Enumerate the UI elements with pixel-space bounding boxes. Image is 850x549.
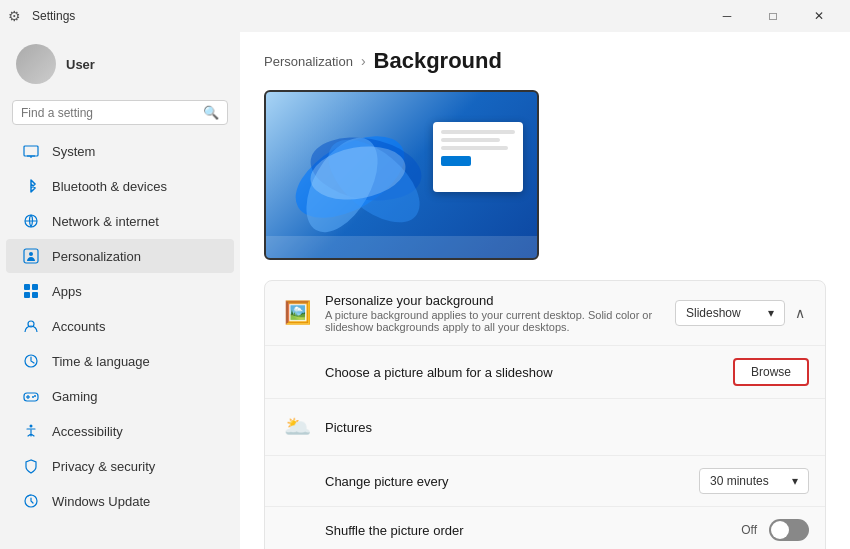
svg-rect-0 [24,146,38,156]
background-preview [264,90,539,260]
sidebar-item-apps[interactable]: Apps [6,274,234,308]
toggle-shuffle[interactable] [769,519,809,541]
row-label: Choose a picture album for a slideshow [325,365,721,380]
taskbar-mockup [266,236,537,258]
maximize-button[interactable]: □ [750,0,796,32]
svg-rect-9 [32,292,38,298]
gaming-icon [22,387,40,405]
sidebar-item-accounts[interactable]: Accounts [6,309,234,343]
sidebar-item-label: Time & language [52,354,150,369]
row-label: Personalize your background [325,293,663,308]
sidebar-item-label: Accessibility [52,424,123,439]
settings-app-icon: ⚙ [8,8,24,24]
expand-personalize-bg-button[interactable]: ∧ [791,301,809,325]
sidebar-item-bluetooth[interactable]: Bluetooth & devices [6,169,234,203]
accounts-icon [22,317,40,335]
toggle-knob [771,521,789,539]
sidebar-item-label: Personalization [52,249,141,264]
row-desc: A picture background applies to your cur… [325,309,663,333]
title-bar: ⚙ Settings ─ □ ✕ [0,0,850,32]
title-bar-controls: ─ □ ✕ [704,0,842,32]
update-icon [22,492,40,510]
settings-row-pictures-folder: 🌥️ Pictures [265,399,825,456]
sidebar-item-accessibility[interactable]: Accessibility [6,414,234,448]
sidebar-item-label: Accounts [52,319,105,334]
row-label: Shuffle the picture order [325,523,729,538]
content-area: Personalization › Background [240,32,850,549]
settings-row-change-picture: Change picture every 30 minutes ▾ [265,456,825,507]
search-icon: 🔍 [203,105,219,120]
search-box[interactable]: 🔍 [12,100,228,125]
settings-row-picture-album: Choose a picture album for a slideshow B… [265,346,825,399]
dropdown-change-picture[interactable]: 30 minutes ▾ [699,468,809,494]
accessibility-icon [22,422,40,440]
avatar [16,44,56,84]
settings-section: 🖼️ Personalize your background A picture… [264,280,826,549]
sidebar-item-label: Bluetooth & devices [52,179,167,194]
sidebar-item-label: Apps [52,284,82,299]
sidebar-item-system[interactable]: System [6,134,234,168]
app-body: User 🔍 System Bluetooth & devices Networ… [0,32,850,549]
apps-icon [22,282,40,300]
toggle-label-shuffle: Off [741,523,757,537]
sidebar: User 🔍 System Bluetooth & devices Networ… [0,32,240,549]
window-mockup [433,122,523,192]
picture-icon: 🖼️ [281,297,313,329]
sidebar-item-label: Windows Update [52,494,150,509]
close-button[interactable]: ✕ [796,0,842,32]
sidebar-item-update[interactable]: Windows Update [6,484,234,518]
bluetooth-icon [22,177,40,195]
page-title: Background [374,48,502,74]
user-profile: User [0,36,240,96]
svg-point-17 [30,425,33,428]
minimize-button[interactable]: ─ [704,0,750,32]
sidebar-item-label: System [52,144,95,159]
svg-rect-6 [24,284,30,290]
search-input[interactable] [21,106,197,120]
user-name: User [66,57,95,72]
sidebar-item-gaming[interactable]: Gaming [6,379,234,413]
windows-bloom-graphic [286,102,446,252]
nav-list: System Bluetooth & devices Network & int… [0,133,240,519]
title-bar-title: Settings [32,9,75,23]
breadcrumb-arrow: › [361,53,366,69]
dropdown-personalize-bg[interactable]: Slideshow ▾ [675,300,785,326]
breadcrumb-parent[interactable]: Personalization [264,54,353,69]
sidebar-item-network[interactable]: Network & internet [6,204,234,238]
sidebar-item-label: Gaming [52,389,98,404]
time-icon [22,352,40,370]
svg-point-5 [29,252,33,256]
svg-point-15 [32,396,34,398]
sidebar-item-label: Privacy & security [52,459,155,474]
title-bar-left: ⚙ Settings [8,8,75,24]
sidebar-item-time[interactable]: Time & language [6,344,234,378]
svg-point-16 [34,395,36,397]
settings-row-personalize-bg: 🖼️ Personalize your background A picture… [265,281,825,346]
settings-row-shuffle: Shuffle the picture order Off [265,507,825,549]
sidebar-item-personalization[interactable]: Personalization [6,239,234,273]
page-header: Personalization › Background [264,48,826,74]
system-icon [22,142,40,160]
privacy-icon [22,457,40,475]
sidebar-item-privacy[interactable]: Privacy & security [6,449,234,483]
svg-rect-8 [24,292,30,298]
sidebar-item-label: Network & internet [52,214,159,229]
row-label: Pictures [325,420,809,435]
row-label: Change picture every [325,474,687,489]
network-icon [22,212,40,230]
browse-button[interactable]: Browse [733,358,809,386]
cloud-pictures-icon: 🌥️ [281,411,313,443]
svg-rect-7 [32,284,38,290]
personalization-icon [22,247,40,265]
